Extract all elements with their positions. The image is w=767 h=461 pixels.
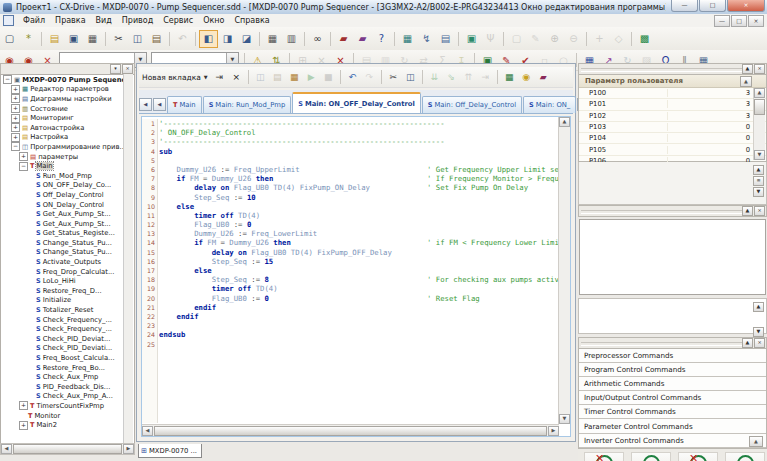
close-tab-icon[interactable]: × <box>228 69 245 86</box>
tree-item[interactable]: SLoLo_HiHi <box>1 276 134 286</box>
check-syntax-icon[interactable]: ▰ <box>535 69 552 86</box>
panel-collapse-icon[interactable]: ▲ <box>742 338 753 348</box>
find-icon[interactable]: ∞ <box>308 30 327 48</box>
tree-item[interactable]: SON_Delay_Control <box>1 200 134 210</box>
help-contents-icon[interactable]: ▰ <box>334 30 353 48</box>
inverter-status-2-button[interactable] <box>631 452 671 461</box>
inverter-status-3-button[interactable]: ✕ <box>678 452 718 461</box>
expand-icon[interactable]: + <box>11 133 20 142</box>
expand-icon[interactable]: + <box>11 123 20 132</box>
menu-item-3[interactable]: Вид <box>91 16 117 25</box>
tree-item[interactable]: +▤Настройка <box>1 133 134 143</box>
close-button[interactable]: × <box>727 0 765 12</box>
tree-item[interactable]: SCheck_Frequency_... <box>1 324 134 334</box>
copy-icon[interactable]: ◫ <box>402 69 419 86</box>
tree-item[interactable]: SCheck_PID_Deviat... <box>1 334 134 344</box>
collapse-icon[interactable]: − <box>19 162 28 171</box>
insert-tab-icon[interactable]: ⇥ <box>211 69 228 86</box>
save-project-icon[interactable]: ▦ <box>83 30 102 48</box>
scroll-up-icon[interactable]: ▲ <box>753 165 764 175</box>
tree-item[interactable]: −TMain <box>1 161 134 171</box>
param-table-header[interactable]: Параметр пользователя ▲ <box>579 75 766 88</box>
tree-item[interactable]: +▤Диаграммы настройки <box>1 94 134 104</box>
tree-item[interactable]: SGet_Aux_Pump_St... <box>1 219 134 229</box>
command-category[interactable]: Input/Output Control Commands <box>579 391 766 405</box>
menu-item-7[interactable]: Справка <box>229 16 274 25</box>
minimize-button[interactable]: — <box>671 0 698 12</box>
tree-item[interactable]: TMonitor <box>1 411 134 421</box>
tree-item[interactable]: SON_OFF_Delay_Co... <box>1 181 134 191</box>
expand-icon[interactable]: + <box>11 114 20 123</box>
param-row[interactable]: P1003 <box>579 88 766 99</box>
scroll-thumb[interactable] <box>13 444 122 454</box>
tree-item[interactable]: +TMain2 <box>1 420 134 430</box>
command-category[interactable]: Program Control Commands <box>579 363 766 377</box>
expand-icon[interactable]: + <box>19 421 28 430</box>
paste-icon[interactable]: ▤ <box>147 30 166 48</box>
expand-icon[interactable]: + <box>19 152 28 161</box>
tree-item[interactable]: +TTimersCountFixPmp <box>1 401 134 411</box>
expand-icon[interactable]: + <box>11 94 20 103</box>
mdi-close-button[interactable]: × <box>748 15 764 27</box>
command-category[interactable]: Inverter Control Commands▲ <box>579 434 766 448</box>
scroll-right-icon[interactable]: ▶ <box>123 444 134 454</box>
view-output-icon[interactable]: ◨ <box>218 30 237 48</box>
menu-item-5[interactable]: Сервис <box>158 16 198 25</box>
title-bar[interactable]: Проект1 - CX-Drive - MXDP-0070 - Pump Se… <box>0 0 767 15</box>
tree-item[interactable]: SRestore_Freq_Bo... <box>1 363 134 373</box>
command-category[interactable]: Timer Control Commands <box>579 405 766 419</box>
export-excel-icon[interactable]: ▦ <box>501 69 518 86</box>
scroll-up-icon[interactable]: ▲ <box>754 88 765 98</box>
cut-icon[interactable]: ✂ <box>385 69 402 86</box>
param-row[interactable]: P1013 <box>579 99 766 110</box>
tree-item[interactable]: SCheck_Frequency_... <box>1 315 134 325</box>
tree-vertical-scrollbar[interactable] <box>123 74 133 443</box>
param-row[interactable]: P1050 <box>579 144 766 155</box>
panel-close-icon[interactable]: × <box>754 338 765 348</box>
command-category[interactable]: Arithmetic Commands <box>579 377 766 391</box>
tree-item[interactable]: SFreq_Boost_Calcula... <box>1 353 134 363</box>
tree-item[interactable]: +▤Автонастройка <box>1 123 134 133</box>
editor-tab[interactable]: SMain: Off_Delay_Control <box>422 96 522 113</box>
parameter-list-icon[interactable]: ▦ <box>398 30 417 48</box>
editor-horizontal-scrollbar[interactable]: ◀ ▶ <box>142 424 559 436</box>
scroll-up-icon[interactable]: ▲ <box>559 117 570 127</box>
watch-window-lower[interactable]: ▲ ▼ <box>578 298 767 334</box>
new-wizard-icon[interactable]: * <box>19 30 38 48</box>
tree-item[interactable]: SChange_Status_Pu... <box>1 248 134 258</box>
collapse-icon[interactable]: − <box>11 142 20 151</box>
tree-item[interactable]: −▣MXDP-0070 Pump Sequenc <box>1 75 134 85</box>
menu-item-1[interactable]: Файл <box>18 16 50 25</box>
param-row[interactable]: P1040 <box>579 133 766 144</box>
scroll-up-icon[interactable]: ▲ <box>753 302 764 312</box>
view-watch-icon[interactable]: ◪ <box>237 30 256 48</box>
scroll-right-icon[interactable]: ▶ <box>548 426 559 436</box>
scroll-left-icon[interactable]: ◀ <box>1 444 12 454</box>
mdi-window-tab[interactable]: ⊞ MXDP-0070 ... <box>138 444 202 458</box>
tree-item[interactable]: SCheck_Aux_Pmp_A... <box>1 392 134 402</box>
code-text[interactable]: '---------------------------------------… <box>159 119 558 423</box>
panel-close-icon[interactable]: × <box>754 64 765 74</box>
panel-close-icon[interactable]: × <box>754 206 765 216</box>
tab-scroll-left-icon[interactable]: ◀ <box>139 98 152 111</box>
tree-item[interactable]: SRestore_Freq_D... <box>1 286 134 296</box>
scroll-down-icon[interactable]: ▼ <box>753 187 764 197</box>
connect-drive-icon[interactable]: ↯ <box>417 30 436 48</box>
print-icon[interactable]: ▦ <box>263 30 282 48</box>
expand-icon[interactable]: + <box>19 401 28 410</box>
panel-pin-icon[interactable]: ▾ <box>110 64 121 74</box>
compile-icon[interactable]: ▦ <box>286 69 303 86</box>
list-icon[interactable]: ≡ <box>753 176 764 186</box>
code-editor[interactable]: 1234567891011121314151617181920212223242… <box>141 116 571 437</box>
copy-icon[interactable]: ◫ <box>128 30 147 48</box>
panel-collapse-icon[interactable]: ▲ <box>742 206 753 216</box>
view-workspace-icon[interactable]: ◧ <box>199 30 218 48</box>
tree-item[interactable]: +▤параметры <box>1 152 134 162</box>
editor-tab-active[interactable]: SMain: ON_OFF_Delay_Control <box>292 92 421 113</box>
tree-item[interactable]: SPID_Feedback_Dis... <box>1 382 134 392</box>
scroll-thumb[interactable] <box>154 426 547 436</box>
expand-icon[interactable]: + <box>11 104 20 113</box>
panel-close-icon[interactable]: × <box>122 64 133 74</box>
new-file-icon[interactable]: ▢ <box>0 30 19 48</box>
help-index-icon[interactable]: ▰ <box>353 30 372 48</box>
